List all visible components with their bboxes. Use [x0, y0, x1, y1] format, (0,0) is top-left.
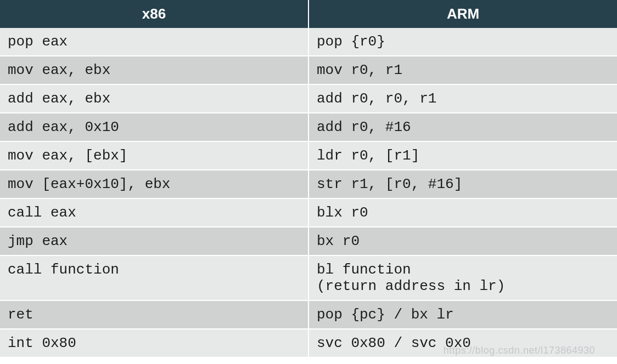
table-row: mov [eax+0x10], ebx str r1, [r0, #16]: [0, 170, 617, 198]
table-row: mov eax, ebx mov r0, r1: [0, 56, 617, 84]
table-row: add eax, 0x10 add r0, #16: [0, 113, 617, 141]
cell-x86: ret: [0, 300, 308, 329]
cell-x86: pop eax: [0, 28, 308, 56]
cell-x86: call function: [0, 255, 308, 300]
table-row: jmp eax bx r0: [0, 227, 617, 255]
cell-x86: add eax, ebx: [0, 84, 308, 113]
cell-arm: add r0, #16: [308, 113, 617, 141]
cell-arm: add r0, r0, r1: [308, 84, 617, 113]
cell-x86: int 0x80: [0, 329, 308, 357]
table-row: ret pop {pc} / bx lr: [0, 300, 617, 329]
cell-arm: mov r0, r1: [308, 56, 617, 84]
table-row: pop eax pop {r0}: [0, 28, 617, 56]
cell-x86: call eax: [0, 198, 308, 227]
cell-x86: mov eax, [ebx]: [0, 141, 308, 170]
table-row: call function bl function (return addres…: [0, 255, 617, 300]
cell-arm: str r1, [r0, #16]: [308, 170, 617, 198]
column-header-x86: x86: [0, 0, 308, 28]
table-header-row: x86 ARM: [0, 0, 617, 28]
table-row: int 0x80 svc 0x80 / svc 0x0: [0, 329, 617, 357]
table-row: mov eax, [ebx] ldr r0, [r1]: [0, 141, 617, 170]
cell-arm: blx r0: [308, 198, 617, 227]
cell-arm: svc 0x80 / svc 0x0: [308, 329, 617, 357]
table-row: add eax, ebx add r0, r0, r1: [0, 84, 617, 113]
comparison-table-container: x86 ARM pop eax pop {r0} mov eax, ebx mo…: [0, 0, 617, 364]
cell-x86: add eax, 0x10: [0, 113, 308, 141]
cell-x86: mov eax, ebx: [0, 56, 308, 84]
cell-arm: bx r0: [308, 227, 617, 255]
column-header-arm: ARM: [308, 0, 617, 28]
cell-arm: pop {pc} / bx lr: [308, 300, 617, 329]
cell-arm: ldr r0, [r1]: [308, 141, 617, 170]
cell-x86: mov [eax+0x10], ebx: [0, 170, 308, 198]
cell-x86: jmp eax: [0, 227, 308, 255]
cell-arm: pop {r0}: [308, 28, 617, 56]
instruction-comparison-table: x86 ARM pop eax pop {r0} mov eax, ebx mo…: [0, 0, 617, 358]
table-row: call eax blx r0: [0, 198, 617, 227]
cell-arm: bl function (return address in lr): [308, 255, 617, 300]
